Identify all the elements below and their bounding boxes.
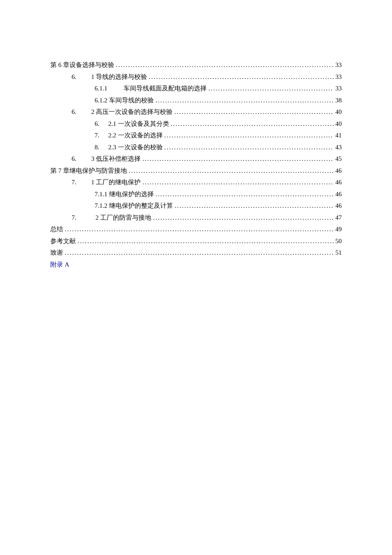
- toc-entry: 致谢 51: [50, 247, 342, 259]
- toc-title: 7.1.1 继电保护的选择: [95, 189, 154, 200]
- toc-entry: 参考文献 50: [50, 236, 342, 247]
- appendix-link[interactable]: 附录 A: [50, 259, 342, 270]
- toc-page-number: 43: [335, 142, 342, 153]
- toc-page-number: 46: [335, 189, 342, 200]
- toc-page-number: 33: [335, 72, 342, 83]
- toc-title: 致谢: [50, 247, 63, 259]
- toc-entry: 7.2.2 一次设备的选择 41: [50, 130, 342, 141]
- toc-title: 7.2.2 一次设备的选择: [95, 130, 163, 141]
- toc-leader: [164, 142, 334, 153]
- toc-title: 第 7 章继电保护与防雷接地: [50, 166, 127, 177]
- toc-title: 7.2 工厂的防雷与接地: [72, 212, 151, 224]
- toc-leader: [153, 212, 334, 224]
- toc-page-number: 51: [335, 247, 342, 259]
- toc-leader: [129, 166, 334, 177]
- toc-leader: [116, 60, 334, 71]
- toc-prefix: 6.: [72, 154, 91, 165]
- toc-leader: [149, 72, 334, 83]
- toc-leader: [171, 119, 334, 130]
- toc-leader: [142, 154, 334, 165]
- toc-entry: 6.2 高压一次设备的选择与校验 40: [50, 107, 342, 118]
- toc-title: 6.1 导线的选择与校验: [72, 72, 147, 83]
- toc-title: 8.2.3 一次设备的校验: [95, 142, 163, 153]
- toc-leader: [208, 83, 334, 94]
- toc-leader: [156, 95, 334, 106]
- toc-entry: 6.1.2 车间导线的校验 38: [50, 95, 342, 106]
- toc-title: 6.2.1 一次设备及其分类: [95, 119, 169, 130]
- toc-entry: 6.3 低压补偿柜选择 45: [50, 154, 342, 165]
- toc-prefix: 8.: [95, 142, 108, 153]
- toc-entry: 7.1.2 继电保护的整定及计算 46: [50, 200, 342, 212]
- toc-title: 6.1.2 车间导线的校验: [95, 95, 154, 106]
- toc-leader: [65, 247, 334, 259]
- toc-entry: 6.1.1车间导线截面及配电箱的选择 33: [50, 83, 342, 94]
- toc-page-number: 33: [335, 83, 342, 94]
- toc-page: 第 6 章设备选择与校验 33 6.1 导线的选择与校验 33 6.1.1车间导…: [0, 0, 392, 270]
- toc-page-number: 47: [335, 212, 342, 224]
- toc-entry: 6.1 导线的选择与校验 33: [50, 72, 342, 83]
- toc-entry: 7.1.1 继电保护的选择 46: [50, 189, 342, 200]
- toc-title: 第 6 章设备选择与校验: [50, 60, 114, 71]
- toc-entry: 6.2.1 一次设备及其分类 40: [50, 119, 342, 130]
- toc-page-number: 46: [335, 166, 342, 177]
- toc-entry: 第 6 章设备选择与校验 33: [50, 60, 342, 71]
- toc-prefix: 7.: [95, 130, 108, 141]
- toc-leader: [78, 236, 334, 247]
- toc-leader: [65, 224, 334, 235]
- toc-prefix: 6.: [95, 119, 108, 130]
- toc-entry: 8.2.3 一次设备的校验 43: [50, 142, 342, 153]
- toc-page-number: 38: [335, 95, 342, 106]
- toc-entry: 7.1 工厂的继电保护 46: [50, 177, 342, 188]
- toc-prefix: 7.: [72, 212, 95, 224]
- toc-leader: [164, 130, 334, 141]
- toc-page-number: 40: [335, 107, 342, 118]
- toc-page-number: 49: [335, 224, 342, 235]
- toc-leader: [156, 189, 334, 200]
- toc-leader: [174, 107, 334, 118]
- toc-page-number: 45: [335, 154, 342, 165]
- toc-title: 7.1.2 继电保护的整定及计算: [95, 200, 173, 212]
- toc-page-number: 46: [335, 200, 342, 212]
- toc-entry: 第 7 章继电保护与防雷接地 46: [50, 166, 342, 177]
- toc-title: 参考文献: [50, 236, 76, 247]
- toc-prefix: 6.: [72, 107, 91, 118]
- toc-page-number: 41: [335, 130, 342, 141]
- toc-title: 6.2 高压一次设备的选择与校验: [72, 107, 173, 118]
- toc-prefix: 7.: [72, 177, 91, 188]
- toc-leader: [142, 177, 334, 188]
- toc-prefix: 6.: [72, 72, 91, 83]
- toc-prefix: 6.1.1: [95, 83, 124, 94]
- toc-page-number: 50: [335, 236, 342, 247]
- toc-page-number: 46: [335, 177, 342, 188]
- toc-entry: 总结 49: [50, 224, 342, 235]
- toc-leader: [175, 200, 334, 212]
- toc-page-number: 33: [335, 60, 342, 71]
- toc-title: 总结: [50, 224, 63, 235]
- toc-page-number: 40: [335, 119, 342, 130]
- toc-entry: 7.2 工厂的防雷与接地 47: [50, 212, 342, 224]
- toc-title: 6.3 低压补偿柜选择: [72, 154, 141, 165]
- toc-title: 7.1 工厂的继电保护: [72, 177, 141, 188]
- toc-title: 6.1.1车间导线截面及配电箱的选择: [95, 83, 207, 94]
